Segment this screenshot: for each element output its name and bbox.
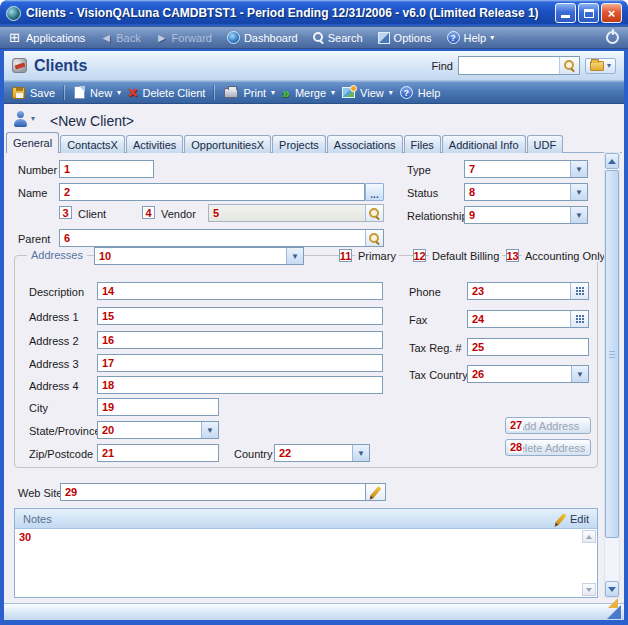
tax-reg-label: Tax Reg. # (409, 342, 462, 354)
delete-x-icon: × (128, 85, 137, 101)
power-button[interactable] (606, 31, 619, 44)
folder-icon (590, 61, 604, 71)
pencil-icon (556, 513, 567, 525)
print-button[interactable]: Print ▾ (224, 87, 275, 99)
parent-search-button[interactable] (365, 230, 383, 246)
address4-input[interactable]: 18 (97, 376, 383, 394)
fax-input[interactable]: 24 (467, 310, 589, 328)
zip-postcode-input[interactable]: 21 (97, 444, 219, 462)
menu-help[interactable]: ? Help ▾ (447, 31, 495, 44)
vendor-lookup-field[interactable]: 5 (208, 204, 384, 222)
search-icon (313, 32, 324, 43)
name-input[interactable]: 2 (59, 183, 365, 201)
resize-grip-icon[interactable] (607, 605, 621, 619)
menu-search[interactable]: Search (313, 32, 363, 44)
notes-edit-button[interactable]: Edit (559, 513, 589, 525)
delete-address-button[interactable]: 28 Delete Address (505, 439, 591, 456)
power-icon (606, 31, 619, 44)
tab-udf[interactable]: UDF (527, 135, 564, 153)
record-menu-button[interactable]: ▾ (13, 111, 35, 127)
scrollbar-thumb[interactable] (605, 170, 619, 538)
notes-header: Notes Edit (15, 509, 597, 529)
saved-searches-button[interactable]: ▾ (585, 58, 616, 74)
phone-dialer-button[interactable] (570, 283, 588, 299)
find-box (458, 56, 580, 75)
menu-forward[interactable]: ► Forward (156, 32, 212, 44)
tab-files[interactable]: Files (404, 135, 441, 153)
find-input[interactable] (459, 58, 559, 73)
address1-input[interactable]: 15 (97, 307, 383, 325)
chevron-down-icon[interactable]: ▼ (570, 184, 587, 200)
merge-button[interactable]: » Merge ▾ (282, 86, 335, 100)
save-icon (12, 87, 25, 99)
menu-back[interactable]: ◄ Back (100, 32, 140, 44)
command-toolbar: Save New ▾ × Delete Client Print ▾ » Mer… (4, 81, 624, 104)
state-province-dropdown[interactable]: 20 ▼ (97, 421, 219, 439)
chevron-down-icon[interactable]: ▼ (286, 248, 303, 264)
country-dropdown[interactable]: 22 ▼ (274, 444, 370, 462)
tab-projects[interactable]: Projects (272, 135, 326, 153)
phone-input[interactable]: 23 (467, 282, 589, 300)
vendor-search-button[interactable] (365, 205, 383, 221)
type-dropdown[interactable]: 7 ▼ (464, 160, 588, 178)
address-selector-dropdown[interactable]: 10 ▼ (94, 247, 304, 265)
maximize-button[interactable] (578, 3, 599, 23)
chevron-down-icon[interactable]: ▼ (570, 161, 587, 177)
chevron-down-icon[interactable]: ▼ (201, 422, 218, 438)
description-input[interactable]: 14 (97, 282, 383, 300)
record-title: <New Client> (50, 113, 134, 129)
chevron-down-icon: ▾ (331, 89, 335, 97)
save-button[interactable]: Save (12, 87, 55, 99)
delete-client-button[interactable]: × Delete Client (128, 85, 205, 101)
fax-dialer-button[interactable] (570, 311, 588, 327)
client-checkbox[interactable]: 3 (59, 206, 72, 219)
vertical-scrollbar[interactable] (604, 152, 620, 598)
accounting-only-checkbox[interactable]: 13 (506, 249, 519, 262)
menu-applications[interactable]: ⊞ Applications (9, 31, 85, 44)
maximize-icon (584, 9, 594, 18)
tax-reg-input[interactable]: 25 (467, 338, 589, 356)
menu-dashboard[interactable]: Dashboard (227, 31, 298, 44)
web-site-input[interactable]: 29 (60, 483, 366, 501)
vendor-checkbox[interactable]: 4 (142, 206, 155, 219)
tab-activities[interactable]: Activities (126, 135, 183, 153)
default-billing-checkbox[interactable]: 12 (413, 249, 426, 262)
city-input[interactable]: 19 (97, 398, 219, 416)
tab-general[interactable]: General (6, 132, 59, 153)
menu-options[interactable]: Options (378, 32, 432, 44)
primary-checkbox[interactable]: 11 (339, 249, 352, 262)
parent-input[interactable]: 6 (59, 229, 384, 247)
find-search-button[interactable] (559, 57, 579, 74)
scroll-up-button[interactable] (605, 153, 619, 169)
toolbar-help-button[interactable]: ? Help (400, 86, 441, 99)
toolbar-separator (214, 85, 215, 100)
status-dropdown[interactable]: 8 ▼ (464, 183, 588, 201)
tab-opportunitiesx[interactable]: OpportunitiesX (184, 135, 271, 153)
web-site-edit-button[interactable] (365, 483, 386, 501)
address2-input[interactable]: 16 (97, 331, 383, 349)
accounting-only-label: Accounting Only (522, 250, 608, 262)
tab-additional-info[interactable]: Additional Info (442, 135, 526, 153)
new-button[interactable]: New ▾ (74, 86, 121, 99)
tax-country-dropdown[interactable]: 26 ▼ (467, 365, 589, 383)
add-address-button[interactable]: 27 Add Address (505, 417, 591, 434)
close-button[interactable]: × (601, 3, 622, 23)
scroll-down-button[interactable] (605, 581, 619, 597)
number-input[interactable]: 1 (59, 160, 154, 178)
chevron-down-icon[interactable]: ▼ (571, 366, 588, 382)
relationship-dropdown[interactable]: 9 ▼ (464, 206, 588, 224)
tab-contactsx[interactable]: ContactsX (60, 135, 125, 153)
notes-body[interactable]: 30 (15, 529, 597, 597)
notes-scroll-up-button[interactable] (582, 530, 596, 543)
page-title: Clients (34, 57, 87, 75)
notes-scroll-down-button[interactable] (582, 583, 596, 596)
forward-arrow-icon: ► (156, 32, 168, 44)
chevron-down-icon[interactable]: ▼ (352, 445, 369, 461)
tab-associations[interactable]: Associations (327, 135, 403, 153)
address3-input[interactable]: 17 (97, 354, 383, 372)
name-ellipsis-button[interactable]: ... (365, 183, 384, 201)
chevron-down-icon: ▾ (31, 115, 35, 123)
minimize-button[interactable] (555, 3, 576, 23)
chevron-down-icon[interactable]: ▼ (570, 207, 587, 223)
view-button[interactable]: View ▾ (342, 87, 393, 99)
